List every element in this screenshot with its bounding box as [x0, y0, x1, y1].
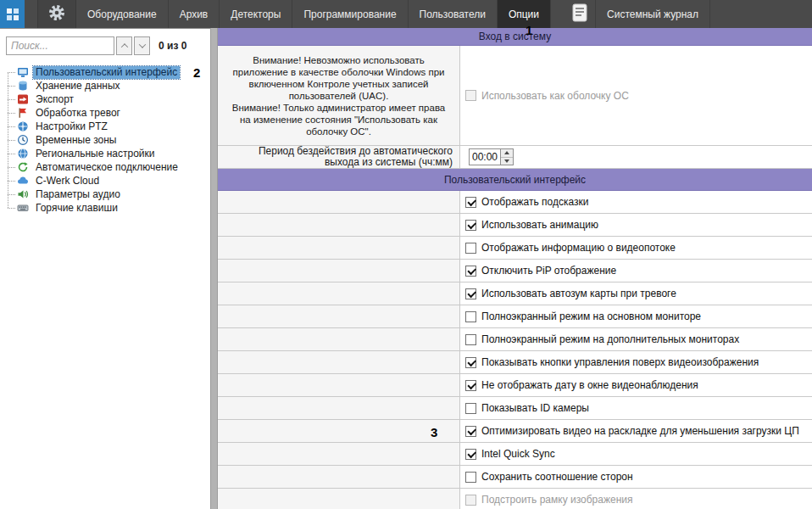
- option-row: Использовать анимацию: [218, 214, 812, 237]
- alarm-flag-icon: [17, 107, 30, 119]
- sidebar-item-hotkeys[interactable]: Горячие клавиши: [0, 201, 210, 215]
- keep-aspect-ratio-checkbox[interactable]: [465, 472, 476, 483]
- triangle-up-icon: [504, 151, 509, 154]
- cloud-icon: [17, 175, 30, 187]
- settings-gear-tab[interactable]: [37, 0, 76, 28]
- tab-programming[interactable]: Программирование: [292, 0, 408, 28]
- settings-panel: Вход в систему Внимание! Невозможно испо…: [218, 28, 812, 509]
- clock-icon: [17, 134, 30, 146]
- hide-date-checkbox[interactable]: [465, 380, 476, 391]
- map-autozoom-checkbox[interactable]: [465, 288, 476, 299]
- tab-equipment[interactable]: Оборудование: [76, 0, 169, 28]
- sidebar-item-alarm-processing[interactable]: Обработка тревог: [0, 106, 210, 120]
- chevron-down-icon: [138, 41, 145, 48]
- section-header-login: Вход в систему: [218, 28, 812, 46]
- use-animation-checkbox[interactable]: [465, 220, 476, 231]
- sidebar-item-time-zones[interactable]: Временные зоны: [0, 133, 210, 147]
- use-as-os-shell-label: Использовать как оболочку ОС: [481, 90, 629, 102]
- option-row: Сохранить соотношение сторон: [218, 466, 812, 489]
- option-row: Отображать информацию о видеопотоке: [218, 237, 812, 260]
- sidebar-item-ptz-settings[interactable]: Настройки PTZ: [0, 120, 210, 133]
- controls-over-video-checkbox[interactable]: [465, 357, 476, 368]
- show-stream-info-checkbox[interactable]: [465, 243, 476, 254]
- option-row: Оптимизировать видео на раскладке для ум…: [218, 420, 812, 443]
- tab-system-log[interactable]: Системный журнал: [596, 0, 710, 28]
- spin-up-button[interactable]: [501, 149, 513, 158]
- search-input[interactable]: [6, 36, 114, 55]
- sidebar-item-storage[interactable]: Хранение данных: [0, 79, 210, 92]
- ptz-icon: [17, 120, 30, 132]
- search-results-counter: 0 из 0: [159, 40, 186, 52]
- option-row: Полноэкранный режим на основном мониторе: [218, 305, 812, 328]
- section-title: Пользовательский интерфейс: [444, 174, 586, 186]
- idle-period-row: Период бездействия до автоматического вы…: [218, 146, 812, 169]
- tab-users[interactable]: Пользователи: [409, 0, 498, 28]
- intel-quick-sync-checkbox[interactable]: [465, 449, 476, 460]
- option-row: Использовать автозум карты при тревоге: [218, 282, 812, 305]
- fullscreen-main-monitor-checkbox[interactable]: [465, 311, 476, 322]
- annotation-marker-3: 3: [431, 425, 437, 439]
- fullscreen-extra-monitors-checkbox[interactable]: [465, 334, 476, 345]
- topbar-spacer: [25, 0, 37, 28]
- search-row: 0 из 0: [0, 29, 210, 63]
- database-icon: [17, 80, 30, 92]
- idle-period-spinbox[interactable]: [469, 148, 514, 165]
- adjust-image-frame-checkbox[interactable]: [465, 495, 476, 506]
- option-row: Не отображать дату в окне видеонаблюдени…: [218, 374, 812, 397]
- option-row: Показывать ID камеры: [218, 397, 812, 420]
- settings-tree: Пользовательский интерфейс Хранение данн…: [0, 65, 210, 215]
- refresh-icon: [17, 161, 30, 173]
- tab-detectors[interactable]: Детекторы: [220, 0, 292, 28]
- option-row: Подстроить рамку изображения: [218, 489, 812, 509]
- annotation-marker-2: 2: [193, 65, 200, 80]
- app-grid-icon[interactable]: [0, 0, 25, 28]
- shell-option-row: Внимание! Невозможно использовать прилож…: [218, 46, 812, 146]
- sidebar-item-cloud[interactable]: C-Werk Cloud: [0, 174, 210, 187]
- show-camera-id-checkbox[interactable]: [465, 403, 476, 414]
- keyboard-icon: [17, 202, 30, 214]
- idle-period-value[interactable]: [470, 149, 500, 165]
- triangle-down-icon: [504, 159, 509, 163]
- sidebar-item-export[interactable]: Экспорт: [0, 92, 210, 106]
- globe-icon: [17, 148, 30, 159]
- top-bar: Оборудование Архив Детекторы Программиро…: [0, 0, 812, 28]
- annotation-marker-1: 1: [526, 23, 532, 37]
- sidebar-splitter[interactable]: [210, 28, 218, 509]
- search-next-button[interactable]: [134, 36, 150, 55]
- system-log-icon-tab[interactable]: [564, 0, 596, 28]
- gear-icon: [48, 4, 65, 24]
- topbar-spacer: [551, 0, 564, 28]
- tab-options[interactable]: Опции: [498, 0, 551, 28]
- sidebar-item-audio-settings[interactable]: Параметры аудио: [0, 187, 210, 201]
- option-row: Intel Quick Sync: [218, 443, 812, 466]
- tab-archive[interactable]: Архив: [169, 0, 220, 28]
- use-as-os-shell-checkbox[interactable]: [465, 90, 476, 101]
- section-header-ui: Пользовательский интерфейс: [218, 169, 812, 191]
- sidebar-item-user-interface[interactable]: Пользовательский интерфейс: [0, 65, 210, 79]
- speaker-icon: [17, 188, 30, 200]
- option-row: Показывать кнопки управления поверх виде…: [218, 351, 812, 374]
- settings-sidebar: 0 из 0 Пользовательский интерфейс Хранен…: [0, 28, 210, 509]
- section-title: Вход в систему: [479, 31, 551, 42]
- monitor-icon: [17, 66, 30, 78]
- document-icon: [571, 3, 588, 25]
- chevron-up-icon: [120, 43, 127, 50]
- idle-period-label: Период бездействия до автоматического вы…: [218, 146, 459, 168]
- optimize-video-checkbox[interactable]: [465, 426, 476, 437]
- option-row: Отображать подсказки: [218, 191, 812, 214]
- option-row: Отключить PiP отображение: [218, 260, 812, 282]
- export-icon: [17, 93, 30, 105]
- spin-down-button[interactable]: [501, 158, 513, 165]
- disable-pip-checkbox[interactable]: [465, 266, 476, 277]
- show-tooltips-checkbox[interactable]: [465, 197, 476, 208]
- search-prev-button[interactable]: [116, 36, 132, 55]
- sidebar-item-regional-settings[interactable]: Региональные настройки: [0, 147, 210, 160]
- option-row: Полноэкранный режим на дополнительных мо…: [218, 328, 812, 351]
- sidebar-item-auto-connection[interactable]: Автоматическое подключение: [0, 160, 210, 174]
- uac-warning-text: Внимание! Невозможно использовать прилож…: [218, 54, 459, 137]
- topbar-empty-area: [710, 0, 812, 28]
